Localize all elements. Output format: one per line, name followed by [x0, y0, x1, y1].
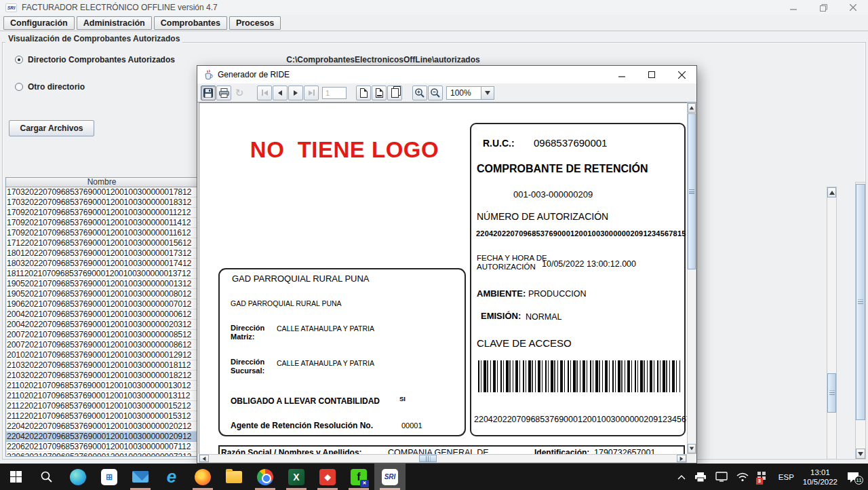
taskbar-edge-button[interactable] — [62, 464, 94, 490]
dialog-maximize-icon[interactable] — [637, 66, 667, 83]
taskbar-sri-button[interactable]: SRI — [374, 464, 406, 490]
table-row[interactable]: 2004202207096853769000120010030000002031… — [6, 320, 197, 330]
dialog-scroll-left-icon[interactable] — [199, 455, 209, 462]
table-row[interactable]: 1906202107096853769000120010030000000701… — [6, 299, 197, 309]
table-row[interactable]: 1703202207096853769000120010030000001831… — [6, 197, 197, 208]
table-row[interactable]: 2110202107096853769000120010030000001311… — [6, 391, 197, 401]
radio-otro-directorio[interactable]: Otro directorio — [15, 82, 85, 92]
table-vertical-scrollbar[interactable] — [827, 187, 837, 459]
menu-administracion[interactable]: Administración — [77, 16, 152, 30]
panel-title: Visualización de Comprobantes Autorizado… — [5, 34, 182, 43]
taskbar-red-app-button[interactable]: ◆ — [312, 464, 343, 490]
table-row[interactable]: 1709202107096853769000120010030000001161… — [6, 228, 197, 238]
zoom-in-button[interactable] — [412, 86, 427, 100]
zoom-out-icon — [430, 88, 441, 98]
taskbar-store-button[interactable]: ⊞ — [94, 464, 125, 490]
table-row[interactable]: 2103202207096853769000120010030000001811… — [6, 360, 197, 371]
page-number-input[interactable] — [322, 87, 347, 99]
tray-wifi-icon[interactable] — [736, 472, 749, 482]
close-icon[interactable] — [838, 0, 868, 15]
table-row[interactable]: 1712202107096853769000120010030000001561… — [6, 238, 197, 248]
table-row[interactable]: 2110202107096853769000120010030000001301… — [6, 381, 197, 391]
table-row[interactable]: 2204202207096853769000120010030000002021… — [6, 421, 197, 432]
menu-configuracion[interactable]: Configuración — [3, 16, 75, 30]
table-row[interactable]: 2007202107096853769000120010030000000861… — [6, 340, 197, 350]
save-button[interactable] — [201, 86, 216, 100]
taskbar-ie-button[interactable]: e — [156, 464, 187, 490]
menu-procesos[interactable]: Procesos — [229, 16, 281, 30]
language-indicator[interactable]: ESP — [778, 473, 794, 481]
table-row[interactable]: 2007202107096853769000120010030000000851… — [6, 330, 197, 340]
taskbar-explorer-button[interactable] — [218, 464, 250, 490]
table-row[interactable]: 2103202207096853769000120010030000001821… — [6, 371, 197, 381]
table-row[interactable]: 1709202107096853769000120010030000001121… — [6, 208, 197, 218]
last-page-button[interactable] — [304, 86, 319, 100]
table-scrollbar-thumb[interactable] — [827, 373, 836, 413]
taskbar-facturador-button[interactable]: f ✕ — [343, 464, 374, 490]
dialog-scroll-down-icon[interactable] — [688, 444, 696, 453]
start-button[interactable] — [0, 464, 31, 490]
table-row[interactable]: 1803202207096853769000120010030000001741… — [6, 259, 197, 269]
print-button[interactable] — [216, 86, 231, 100]
dialog-scroll-up-icon[interactable] — [688, 103, 696, 113]
table-row[interactable]: 2206202107096853769000120010030000000721… — [6, 452, 197, 457]
taskbar-search-button[interactable] — [31, 464, 62, 490]
single-page-view-button[interactable] — [356, 86, 371, 100]
tray-badge: 3 — [756, 478, 763, 485]
menu-comprobantes[interactable]: Comprobantes — [154, 16, 227, 30]
taskbar-firefox-button[interactable] — [187, 464, 218, 490]
zoom-level-field[interactable]: 100% — [446, 86, 481, 100]
minimize-icon[interactable] — [778, 0, 808, 15]
tray-chevron-up-icon[interactable] — [677, 474, 686, 480]
fit-page-view-button[interactable] — [372, 86, 387, 100]
dialog-scroll-right-icon[interactable] — [677, 455, 686, 462]
table-row[interactable]: 1801202207096853769000120010030000001731… — [6, 248, 197, 259]
restore-icon[interactable] — [808, 0, 838, 15]
tray-cast-icon[interactable] — [715, 472, 728, 482]
table-row[interactable]: 2112202107096853769000120010030000001521… — [6, 401, 197, 411]
table-row[interactable]: 2204202207096853769000120010030000002091… — [6, 432, 197, 442]
prev-page-button[interactable] — [273, 86, 288, 100]
dialog-vscroll-thumb[interactable] — [688, 113, 696, 269]
taskbar: ⊞ e X ◆ f ✕ SRI 3 ESP — [0, 464, 868, 490]
taskbar-mail-button[interactable] — [125, 464, 156, 490]
notification-center-button[interactable]: 11 — [846, 471, 861, 483]
dialog-minimize-icon[interactable] — [607, 66, 637, 83]
dialog-horizontal-scrollbar[interactable] — [199, 454, 687, 463]
radio-directorio-autorizados[interactable]: Directorio Comprobantes Autorizados — [15, 55, 175, 64]
scroll-down-icon[interactable] — [856, 449, 865, 459]
first-page-button[interactable] — [257, 86, 272, 100]
multi-page-view-button[interactable] — [387, 86, 402, 100]
taskbar-excel-button[interactable]: X — [281, 464, 312, 490]
cargar-archivos-button[interactable]: Cargar Archivos — [9, 120, 94, 136]
zoom-dropdown-button[interactable] — [481, 86, 494, 100]
dialog-hscroll-thumb[interactable] — [419, 455, 437, 462]
table-row[interactable]: 2112202107096853769000120010030000001531… — [6, 411, 197, 421]
table-row[interactable]: 1905202107096853769000120010030000000131… — [6, 279, 197, 289]
dialog-title: Generador de RIDE — [218, 70, 290, 79]
dialog-close-icon[interactable] — [667, 66, 696, 83]
panel-vertical-scrollbar[interactable] — [855, 182, 866, 459]
search-icon — [40, 470, 54, 484]
clock[interactable]: 13:01 10/5/2022 — [803, 468, 837, 487]
dialog-vertical-scrollbar[interactable] — [687, 102, 696, 454]
directory-path: C:\ComprobantesElectronicosOffLine\autor… — [271, 55, 495, 64]
next-page-button[interactable] — [288, 86, 303, 100]
table-row[interactable]: 1703202207096853769000120010030000001781… — [6, 187, 197, 197]
tray-printer-icon[interactable] — [694, 472, 707, 483]
taskbar-chrome-button[interactable] — [250, 464, 281, 490]
table-row[interactable]: 2004202107096853769000120010030000000061… — [6, 309, 197, 320]
scroll-up-icon[interactable] — [827, 187, 836, 197]
refresh-button[interactable]: ↻ — [232, 86, 247, 100]
authorization-label: NÚMERO DE AUTORIZACIÓN — [477, 211, 608, 222]
ruc-value: 0968537690001 — [534, 137, 607, 149]
tray-update-icon[interactable]: 3 — [757, 472, 770, 483]
table-row[interactable]: 1905202107096853769000120010030000000801… — [6, 289, 197, 299]
zoom-out-button[interactable] — [428, 86, 443, 100]
table-row[interactable]: 1709202107096853769000120010030000001141… — [6, 218, 197, 228]
table-row[interactable]: 1811202107096853769000120010030000001371… — [6, 269, 197, 279]
table-row[interactable]: 2206202107096853769000120010030000000711… — [6, 442, 197, 452]
table-row[interactable]: 2010202107096853769000120010030000001291… — [6, 350, 197, 360]
table-header-nombre[interactable]: Nombre — [6, 178, 197, 187]
panel-scrollbar-thumb[interactable] — [856, 184, 865, 420]
